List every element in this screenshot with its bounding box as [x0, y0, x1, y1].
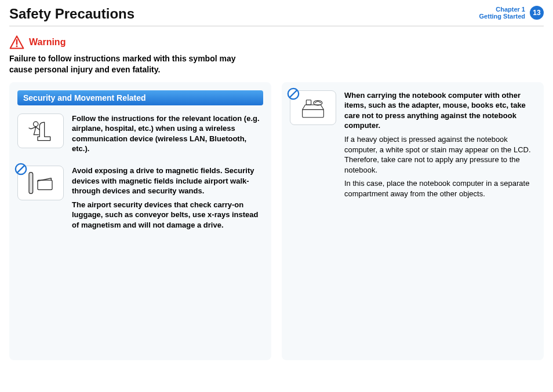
instruction-bold: The airport security devices that check …: [72, 200, 263, 230]
instruction-item: When carrying the notebook computer with…: [290, 90, 536, 202]
page: Safety Precautions Chapter 1 Getting Sta…: [0, 0, 553, 392]
instruction-bold: Avoid exposing a drive to magnetic field…: [72, 166, 263, 196]
warning-heading: Warning: [9, 35, 544, 50]
prohibit-icon: [287, 87, 300, 100]
svg-rect-11: [306, 100, 311, 104]
right-panel: When carrying the notebook computer with…: [282, 82, 544, 360]
security-wand-icon: [17, 166, 64, 200]
chapter-block: Chapter 1 Getting Started: [479, 6, 525, 20]
content-columns: Security and Movement Related Follow the…: [9, 82, 544, 360]
instruction-text: Follow the instructions for the relevant…: [72, 113, 263, 157]
svg-rect-7: [29, 173, 33, 194]
svg-rect-6: [38, 180, 52, 190]
left-panel: Security and Movement Related Follow the…: [9, 82, 271, 360]
instruction-text: When carrying the notebook computer with…: [344, 90, 536, 202]
warning-triangle-icon: [9, 35, 24, 50]
instruction-regular: In this case, place the notebook compute…: [344, 178, 536, 199]
section-banner: Security and Movement Related: [17, 90, 263, 105]
svg-rect-10: [303, 109, 324, 117]
instruction-item: Avoid exposing a drive to magnetic field…: [17, 166, 263, 233]
airplane-seat-icon: [17, 113, 64, 148]
instruction-regular: If a heavy object is pressed against the…: [344, 134, 536, 175]
warning-text: Failure to follow instructions marked wi…: [9, 53, 259, 75]
page-header: Safety Precautions Chapter 1 Getting Sta…: [9, 6, 544, 27]
chapter-title: Getting Started: [479, 13, 525, 20]
chapter-number: Chapter 1: [479, 6, 525, 13]
header-right: Chapter 1 Getting Started 13: [479, 6, 544, 20]
warning-label: Warning: [29, 37, 66, 47]
instruction-bold: When carrying the notebook computer with…: [344, 90, 536, 131]
instruction-item: Follow the instructions for the relevant…: [17, 113, 263, 157]
svg-point-2: [16, 45, 18, 47]
carrying-items-icon: [290, 90, 336, 125]
instruction-text: Avoid exposing a drive to magnetic field…: [72, 166, 263, 233]
page-number-badge: 13: [530, 6, 544, 20]
prohibit-icon: [14, 163, 27, 175]
instruction-bold: Follow the instructions for the relevant…: [72, 113, 263, 154]
page-title: Safety Precautions: [9, 6, 134, 22]
svg-point-3: [34, 122, 38, 126]
